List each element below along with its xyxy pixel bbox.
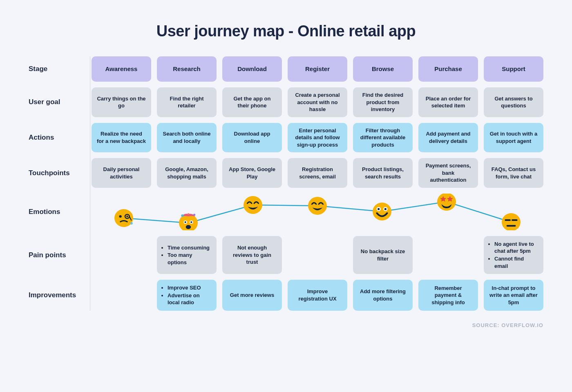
- stage-header: Awareness: [92, 56, 151, 82]
- source-credit: SOURCE: OVERFLOW.IO: [29, 322, 543, 328]
- improvement-cell: Improve registration UX: [288, 280, 347, 311]
- user-goal-cell: Carry things on the go: [92, 87, 151, 117]
- pain-point-cell: Time consumingToo many options: [157, 236, 217, 274]
- user-goal-cell: Find the desired product from inventory: [353, 87, 413, 117]
- touchpoints-cell: Payment screens, bank authentication: [418, 158, 478, 188]
- row-label-pain_points: Pain points: [29, 236, 86, 274]
- emotion-face-overwhelmed-icon: [179, 213, 198, 230]
- actions-cell: Add payment and delivery details: [418, 123, 478, 153]
- user-goal-cell: Create a personal account with no hassle: [288, 87, 347, 117]
- pain-point-cell-empty: [92, 236, 151, 274]
- row-label-user_goal: User goal: [29, 87, 86, 117]
- pain-point-cell-empty: [288, 236, 347, 274]
- stage-header: Research: [157, 56, 217, 82]
- emotion-face-smile-icon: [373, 203, 391, 220]
- row-label-actions: Actions: [29, 123, 86, 153]
- emotion-face-confused-icon: [114, 209, 133, 227]
- touchpoints-cell: FAQs, Contact us form, live chat: [484, 158, 543, 188]
- journey-map-grid: StageAwarenessResearchDownloadRegisterBr…: [29, 56, 543, 311]
- label-column-divider: [90, 56, 90, 311]
- pain-point-cell: No agent live to chat after 5pmCannot fi…: [484, 236, 543, 274]
- actions-cell: Enter personal details and follow sign-u…: [288, 123, 347, 153]
- page-title: User journey map - Online retail app: [29, 22, 543, 40]
- emotion-face-happy-icon: [244, 196, 262, 214]
- improvement-cell-empty: [92, 280, 151, 311]
- user-goal-cell: Get the app on their phone: [222, 87, 282, 117]
- pain-point-cell-empty: [418, 236, 478, 274]
- pain-point-cell: Not enough reviews to gain trust: [222, 236, 282, 274]
- row-label-stage: Stage: [29, 56, 86, 82]
- stage-header: Browse: [353, 56, 413, 82]
- user-goal-cell: Get answers to questions: [484, 87, 543, 117]
- touchpoints-cell: Product listings, search results: [353, 158, 413, 188]
- emotion-face-star-eyes-icon: [437, 194, 456, 211]
- row-label-emotions: Emotions: [29, 194, 86, 230]
- improvement-cell: Remember payment & shipping info: [418, 280, 478, 311]
- stage-header: Download: [222, 56, 282, 82]
- pain-point-cell: No backpack size filter: [353, 236, 413, 274]
- touchpoints-cell: Daily personal activities: [92, 158, 151, 188]
- actions-cell: Download app online: [222, 123, 282, 153]
- actions-cell: Realize the need for a new backpack: [92, 123, 151, 153]
- improvement-cell: In-chat prompt to write an email after 5…: [484, 280, 543, 311]
- touchpoints-cell: Registration screens, email: [288, 158, 347, 188]
- row-label-improvements: Improvements: [29, 280, 86, 311]
- emotion-face-happy-icon: [308, 197, 327, 215]
- actions-cell: Get in touch with a support agent: [484, 123, 543, 153]
- stage-header: Register: [288, 56, 347, 82]
- emotions-line-chart: [92, 194, 543, 230]
- actions-cell: Filter through different available produ…: [353, 123, 413, 153]
- touchpoints-cell: Google, Amazon, shopping malls: [157, 158, 217, 188]
- improvement-cell: Add more filtering options: [353, 280, 413, 311]
- journey-map-page: User journey map - Online retail app Sta…: [0, 0, 572, 345]
- emotion-face-neutral-icon: [502, 213, 521, 230]
- user-goal-cell: Place an order for selected item: [418, 87, 478, 117]
- touchpoints-cell: App Store, Google Play: [222, 158, 282, 188]
- actions-cell: Search both online and locally: [157, 123, 217, 153]
- emotions-row: [92, 194, 543, 230]
- row-label-touchpoints: Touchpoints: [29, 158, 86, 188]
- stage-header: Purchase: [418, 56, 478, 82]
- user-goal-cell: Find the right retailer: [157, 87, 217, 117]
- improvement-cell: Improve SEOAdvertise on local radio: [157, 280, 217, 311]
- stage-header: Support: [484, 56, 543, 82]
- improvement-cell: Get more reviews: [222, 280, 282, 311]
